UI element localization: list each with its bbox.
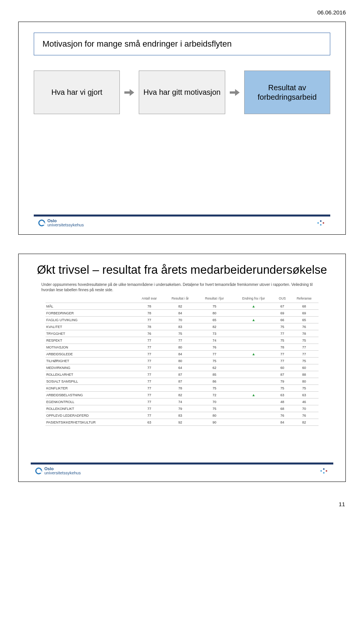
arrow-icon xyxy=(230,88,240,97)
th-blank xyxy=(46,295,135,303)
cell-iaar: 74 xyxy=(164,399,197,405)
slide-1: Motivasjon for mange små endringer i arb… xyxy=(18,22,346,235)
cell-label: TILHØRIGHET xyxy=(46,358,135,364)
cell-antall: 77 xyxy=(135,405,164,412)
cell-ifjor: 85 xyxy=(197,371,232,378)
cell-ous: 63 xyxy=(275,392,290,399)
cell-change: ▲ xyxy=(232,392,275,399)
table-row: KONFLIKTER7778757575 xyxy=(46,385,318,392)
header-date: 06.06.2016 xyxy=(18,9,346,16)
cell-iaar: 92 xyxy=(164,419,197,426)
cell-ifjor: 75 xyxy=(197,405,232,412)
cell-label: KVALITET xyxy=(46,323,135,330)
cell-ous: 68 xyxy=(275,405,290,412)
th-ifjor: Resultat i fjor xyxy=(197,295,232,303)
slide1-title: Motivasjon for mange små endringer i arb… xyxy=(34,33,330,55)
th-change: Endring fra i fjor xyxy=(232,295,275,303)
table-row: RESPEKT7777747575 xyxy=(46,337,318,344)
svg-point-0 xyxy=(317,222,319,224)
org-name-2: universitetssykehus xyxy=(47,223,84,227)
cell-ref: 80 xyxy=(290,378,318,385)
cell-ous: 75 xyxy=(275,385,290,392)
table-row: ROLLEKLARHET7787858788 xyxy=(46,371,318,378)
cell-change xyxy=(232,371,275,378)
svg-point-1 xyxy=(320,220,322,222)
cell-ref: 78 xyxy=(290,330,318,337)
cell-ifjor: 80 xyxy=(197,412,232,419)
cell-antall: 63 xyxy=(135,419,164,426)
cell-ous: 78 xyxy=(275,344,290,351)
cell-ifjor: 90 xyxy=(197,419,232,426)
cell-iaar: 77 xyxy=(164,337,197,344)
org-name-2: universitetssykehus xyxy=(44,471,81,475)
svg-point-4 xyxy=(320,470,322,472)
cell-ref: 60 xyxy=(290,364,318,371)
cell-ref: 46 xyxy=(290,399,318,405)
cell-antall: 77 xyxy=(135,317,164,323)
cell-iaar: 78 xyxy=(164,385,197,392)
cell-ous: 48 xyxy=(275,399,290,405)
cell-ifjor: 82 xyxy=(197,323,232,330)
cell-label: OPPLEVD LEDERADFERD xyxy=(46,412,135,419)
cell-change xyxy=(232,344,275,351)
cell-label: FORBEDRINGER xyxy=(46,310,135,317)
table-row: KVALITET7883827576 xyxy=(46,323,318,330)
page-number: 11 xyxy=(18,501,346,515)
footer-bar xyxy=(34,214,330,217)
cell-antall: 77 xyxy=(135,337,164,344)
cell-ref: 77 xyxy=(290,351,318,358)
cell-ifjor: 74 xyxy=(197,337,232,344)
cell-antall: 77 xyxy=(135,344,164,351)
cell-ifjor: 70 xyxy=(197,399,232,405)
cell-antall: 77 xyxy=(135,392,164,399)
cell-change xyxy=(232,378,275,385)
cell-ifjor: 65 xyxy=(197,317,232,323)
cell-antall: 77 xyxy=(135,371,164,378)
cell-ous: 69 xyxy=(275,310,290,317)
cell-iaar: 84 xyxy=(164,351,197,358)
table-row: TILHØRIGHET7780757775 xyxy=(46,358,318,364)
cell-ref: 88 xyxy=(290,371,318,378)
cell-change xyxy=(232,399,275,405)
cell-label: ARBEIDSBELASTNING xyxy=(46,392,135,399)
cell-change xyxy=(232,323,275,330)
cell-label: PASIENTSIKKERHETSKULTUR xyxy=(46,419,135,426)
cell-antall: 77 xyxy=(135,351,164,358)
cell-change xyxy=(232,412,275,419)
cell-change: ▲ xyxy=(232,317,275,323)
table-row: MEDVIRKNING7764626060 xyxy=(46,364,318,371)
cell-label: RESPEKT xyxy=(46,337,135,344)
th-iaar: Resultat i år xyxy=(164,295,197,303)
cell-ous: 77 xyxy=(275,358,290,364)
cell-antall: 77 xyxy=(135,385,164,392)
cell-ous: 60 xyxy=(275,364,290,371)
cell-iaar: 83 xyxy=(164,412,197,419)
table-row: ROLLEKONFLIKT7779756870 xyxy=(46,405,318,412)
table-row: SOSIALT SAMSPILL7787867980 xyxy=(46,378,318,385)
cell-label: MÅL xyxy=(46,303,135,310)
cell-iaar: 83 xyxy=(164,323,197,330)
table-header-row: Antall svar Resultat i år Resultat i fjo… xyxy=(46,295,318,303)
cell-ifjor: 80 xyxy=(197,310,232,317)
footer-bar xyxy=(31,462,333,464)
cell-antall: 78 xyxy=(135,323,164,330)
cell-ous: 77 xyxy=(275,330,290,337)
slide2-description: Under oppsummeres hovedresultatene på de… xyxy=(31,282,333,292)
cell-antall: 77 xyxy=(135,364,164,371)
partner-logo-icon xyxy=(316,220,326,226)
cell-ifjor: 75 xyxy=(197,303,232,310)
results-table: Antall svar Resultat i år Resultat i fjo… xyxy=(46,295,318,426)
cell-iaar: 80 xyxy=(164,344,197,351)
cell-iaar: 79 xyxy=(164,405,197,412)
cell-antall: 77 xyxy=(135,412,164,419)
cell-iaar: 75 xyxy=(164,330,197,337)
cell-iaar: 82 xyxy=(164,392,197,399)
cell-antall: 77 xyxy=(135,399,164,405)
cell-label: ROLLEKONFLIKT xyxy=(46,405,135,412)
process-boxes: Hva har vi gjort Hva har gitt motivasjon… xyxy=(34,71,330,114)
cell-ref: 63 xyxy=(290,392,318,399)
cell-ref: 77 xyxy=(290,344,318,351)
cell-label: MOTIVASJON xyxy=(46,344,135,351)
cell-label: SOSIALT SAMSPILL xyxy=(46,378,135,385)
th-ous: OUS xyxy=(275,295,290,303)
